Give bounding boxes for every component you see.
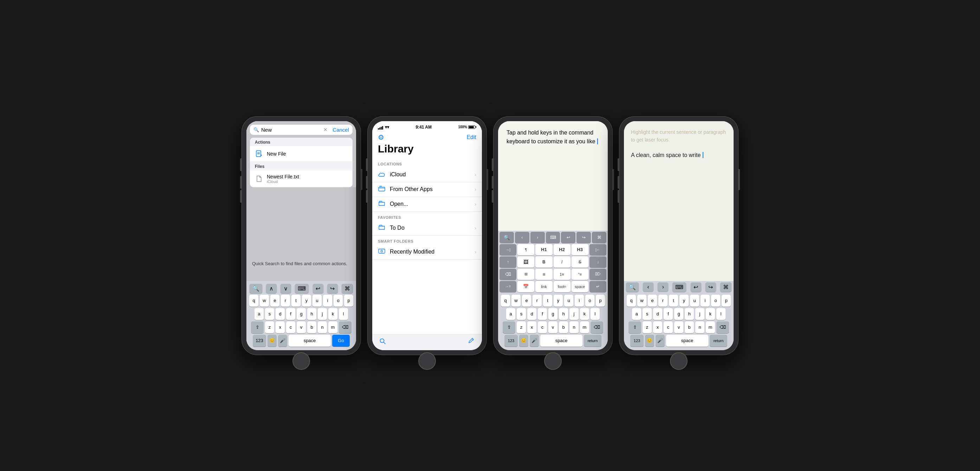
et-space-btn[interactable]: space (571, 281, 589, 292)
et-italic-btn[interactable]: I (554, 256, 571, 268)
kb4-123[interactable]: 123 (630, 335, 644, 347)
recently-modified-row[interactable]: Recently Modified › (372, 245, 482, 260)
kb4-s[interactable]: s (643, 308, 652, 320)
et-para-btn[interactable]: ¶ (517, 244, 534, 255)
kb4-delete[interactable]: ⌫ (716, 321, 729, 333)
kb3-p[interactable]: p (596, 295, 605, 307)
open-row[interactable]: Open... › (372, 197, 482, 212)
search-input[interactable]: New (261, 127, 321, 133)
kb4-keyboard-btn[interactable]: ⌨ (673, 282, 686, 292)
et-up-btn[interactable]: ↑ (500, 256, 516, 268)
kb4-v[interactable]: v (674, 321, 683, 333)
kb-123[interactable]: 123 (253, 335, 266, 347)
et-mark-btn[interactable]: →= (500, 281, 516, 292)
kb3-b[interactable]: b (559, 321, 568, 333)
kb3-r[interactable]: r (533, 295, 542, 307)
kb3-h[interactable]: h (559, 308, 568, 320)
et-table-btn[interactable]: ⊞ (517, 269, 534, 280)
kb3-j[interactable]: j (570, 308, 579, 320)
kb-j[interactable]: j (318, 308, 327, 320)
et-tab-btn[interactable]: →| (500, 244, 516, 255)
kb4-g[interactable]: g (674, 308, 683, 320)
kb3-u[interactable]: u (564, 295, 573, 307)
kb4-e[interactable]: e (648, 295, 657, 307)
et-h3-btn[interactable]: H3 (571, 244, 589, 255)
kb-f[interactable]: f (286, 308, 295, 320)
kb4-q[interactable]: q (627, 295, 636, 307)
kb-keyboard-btn[interactable]: ⌨ (295, 284, 309, 293)
et-h1-btn[interactable]: H1 (535, 244, 552, 255)
kb3-k[interactable]: k (580, 308, 589, 320)
et-h2-btn[interactable]: H2 (554, 244, 571, 255)
kb-space[interactable]: space (289, 335, 331, 347)
et-del-left-btn[interactable]: ⌫ (500, 269, 516, 280)
kb-mic[interactable]: 🎤 (278, 335, 287, 347)
kb-cmd-btn[interactable]: ⌘ (342, 284, 353, 293)
kb-x[interactable]: x (275, 321, 285, 333)
kb4-c[interactable]: c (663, 321, 673, 333)
kb3-g[interactable]: g (548, 308, 557, 320)
kb4-o[interactable]: o (711, 295, 720, 307)
kb-q[interactable]: q (249, 295, 258, 307)
edit-button[interactable]: Edit (466, 134, 476, 141)
kb3-v[interactable]: v (548, 321, 557, 333)
kb4-m[interactable]: m (706, 321, 715, 333)
kb4-y[interactable]: y (679, 295, 689, 307)
todo-row[interactable]: To Do › (372, 221, 482, 236)
home-button-4[interactable] (670, 352, 687, 370)
icloud-row[interactable]: iCloud › (372, 168, 482, 182)
kb-k[interactable]: k (328, 308, 337, 320)
kb-d[interactable]: d (275, 308, 285, 320)
kb-search-btn[interactable]: 🔍 (250, 284, 262, 293)
kb-h[interactable]: h (307, 308, 317, 320)
kb4-shift[interactable]: ⇧ (628, 321, 641, 333)
phone3-editor[interactable]: Tap and hold keys in the command keyboar… (498, 121, 608, 231)
kb3-space[interactable]: space (540, 335, 582, 347)
et-image-btn[interactable]: 🖼 (517, 256, 534, 268)
result-newest-file[interactable]: Newest File.txt iCloud (250, 170, 353, 187)
kb3-mic[interactable]: 🎤 (530, 335, 539, 347)
et-next-btn[interactable]: › (530, 232, 545, 243)
kb-o[interactable]: o (334, 295, 343, 307)
kb3-123[interactable]: 123 (504, 335, 518, 347)
et-keyboard-btn[interactable]: ⌨ (546, 232, 560, 243)
kb4-j[interactable]: j (695, 308, 705, 320)
et-date-btn[interactable]: 📅 (517, 281, 534, 292)
kb4-l[interactable]: l (716, 308, 725, 320)
from-other-apps-row[interactable]: From Other Apps › (372, 182, 482, 197)
kb4-emoji[interactable]: 😊 (645, 335, 654, 347)
kb3-o[interactable]: o (585, 295, 594, 307)
kb4-z[interactable]: z (643, 321, 652, 333)
settings-gear-icon[interactable]: ⚙ (378, 133, 384, 141)
kb3-i[interactable]: i (575, 295, 584, 307)
search-bar[interactable]: 🔍 New ✕ Cancel (250, 125, 353, 135)
kb-c[interactable]: c (286, 321, 295, 333)
et-cmd-btn[interactable]: ⌘ (592, 232, 606, 243)
kb-z[interactable]: z (265, 321, 274, 333)
kb-n[interactable]: n (318, 321, 327, 333)
kb3-c[interactable]: c (538, 321, 547, 333)
kb4-d[interactable]: d (653, 308, 662, 320)
kb4-mic[interactable]: 🎤 (655, 335, 665, 347)
kb-y[interactable]: y (302, 295, 311, 307)
kb3-a[interactable]: a (506, 308, 515, 320)
kb-a[interactable]: a (255, 308, 264, 320)
kb-p[interactable]: p (344, 295, 353, 307)
kb4-search-btn[interactable]: 🔍 (626, 282, 639, 292)
kb3-s[interactable]: s (517, 308, 526, 320)
kb4-prev-btn[interactable]: ‹ (643, 282, 654, 292)
kb-go[interactable]: Go (332, 335, 350, 347)
et-search-btn[interactable]: 🔍 (500, 232, 514, 243)
kb4-undo-btn[interactable]: ↩ (691, 282, 701, 292)
et-bold-btn[interactable]: B (535, 256, 552, 268)
kb3-d[interactable]: d (527, 308, 536, 320)
kb3-delete[interactable]: ⌫ (590, 321, 603, 333)
kb4-cmd-btn[interactable]: ⌘ (720, 282, 732, 292)
kb-r[interactable]: r (281, 295, 290, 307)
kb4-k[interactable]: k (706, 308, 715, 320)
kb3-w[interactable]: w (511, 295, 520, 307)
kb-b[interactable]: b (307, 321, 317, 333)
kb4-redo-btn[interactable]: ↪ (705, 282, 716, 292)
kb-v[interactable]: v (297, 321, 306, 333)
kb3-f[interactable]: f (538, 308, 547, 320)
